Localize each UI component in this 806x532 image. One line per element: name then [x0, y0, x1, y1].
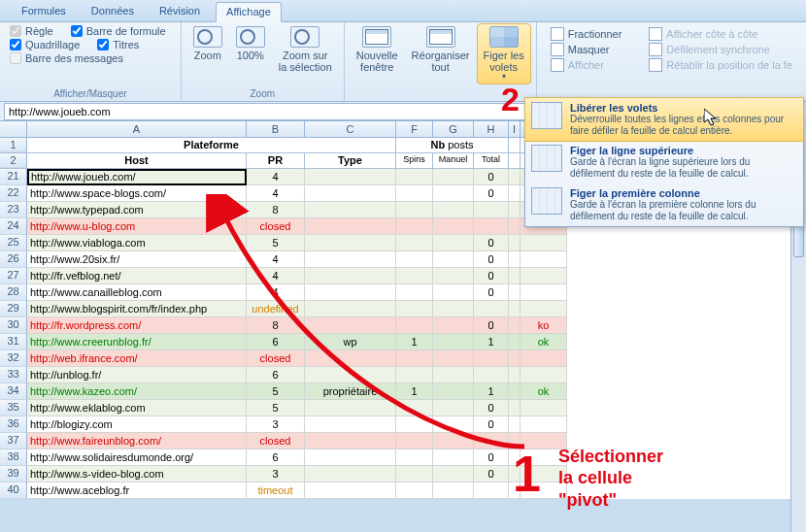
- col-header-H[interactable]: H: [474, 121, 509, 137]
- cell-host[interactable]: http://www.creerunblog.fr/: [27, 334, 247, 350]
- cell-state[interactable]: ko: [521, 317, 567, 334]
- cell-spins[interactable]: [396, 185, 433, 202]
- cell-total[interactable]: 0: [474, 416, 509, 433]
- cell-gap[interactable]: [509, 317, 521, 334]
- cell-spins[interactable]: [396, 202, 433, 218]
- cell-pr[interactable]: 6: [247, 367, 305, 383]
- cell-state[interactable]: [521, 301, 567, 317]
- cell-host[interactable]: http://www.faireunblog.com/: [27, 433, 247, 449]
- row-header[interactable]: 34: [0, 383, 27, 400]
- cell-pr[interactable]: closed: [247, 433, 305, 449]
- row-header-1[interactable]: 1: [0, 138, 27, 152]
- cell-total[interactable]: [474, 218, 509, 235]
- cell-spins[interactable]: [396, 416, 433, 433]
- cell-type[interactable]: propriétaire: [305, 383, 396, 400]
- chk-barre-messages[interactable]: Barre des messages: [10, 52, 123, 64]
- table-row[interactable]: 29http://www.blogspirit.com/fr/index.php…: [0, 301, 806, 317]
- cell-type[interactable]: [305, 268, 396, 284]
- cell-total[interactable]: 0: [474, 268, 509, 284]
- col-header-G[interactable]: G: [433, 121, 474, 137]
- cell-type[interactable]: [305, 284, 396, 301]
- cell-host[interactable]: http://www.s-video-blog.com: [27, 466, 247, 482]
- btn-new-window[interactable]: Nouvelle fenêtre: [351, 24, 404, 83]
- row-header[interactable]: 39: [0, 466, 27, 482]
- cell-type[interactable]: [305, 466, 396, 482]
- cell-spins[interactable]: [396, 301, 433, 317]
- row-header[interactable]: 36: [0, 416, 27, 433]
- table-row[interactable]: 32http://web.ifrance.com/closed: [0, 350, 806, 367]
- cell-gap[interactable]: [509, 169, 521, 185]
- cell-type[interactable]: [305, 416, 396, 433]
- table-row[interactable]: 39http://www.s-video-blog.com30: [0, 466, 806, 482]
- cell-gap[interactable]: [509, 251, 521, 268]
- cell-spins[interactable]: [396, 218, 433, 235]
- cell-manuel[interactable]: [433, 169, 474, 185]
- btn-zoom-selection[interactable]: Zoom sur la sélection: [273, 24, 338, 75]
- col-header-A[interactable]: A: [27, 121, 247, 137]
- table-row[interactable]: 25http://www.viabloga.com50: [0, 235, 806, 251]
- cell-type[interactable]: [305, 317, 396, 334]
- cell-type[interactable]: [305, 350, 396, 367]
- cell-manuel[interactable]: [433, 350, 474, 367]
- cell-type[interactable]: [305, 202, 396, 218]
- row-header[interactable]: 25: [0, 235, 27, 251]
- tab-affichage[interactable]: Affichage: [216, 2, 282, 22]
- cell-type[interactable]: [305, 301, 396, 317]
- cell-state[interactable]: [521, 367, 567, 383]
- chk-quadrillage[interactable]: Quadrillage: [10, 39, 80, 50]
- cell-total[interactable]: 0: [474, 449, 509, 466]
- cell-spins[interactable]: [396, 482, 433, 499]
- cell-state[interactable]: [521, 284, 567, 301]
- cell-spins[interactable]: 1: [396, 383, 433, 400]
- cell-gap[interactable]: [509, 218, 521, 235]
- cell-type[interactable]: [305, 235, 396, 251]
- table-row[interactable]: 34http://www.kazeo.com/5propriétaire11ok: [0, 383, 806, 400]
- cell-type[interactable]: [305, 169, 396, 185]
- cell-state[interactable]: [521, 268, 567, 284]
- row-header[interactable]: 30: [0, 317, 27, 334]
- cell-host[interactable]: http://web.ifrance.com/: [27, 350, 247, 367]
- cell-pr[interactable]: 6: [247, 449, 305, 466]
- cell-pr[interactable]: closed: [247, 350, 305, 367]
- cell-host[interactable]: http://www.joueb.com/: [27, 169, 247, 185]
- cell-host[interactable]: http://www.typepad.com: [27, 202, 247, 218]
- cell-total[interactable]: 0: [474, 466, 509, 482]
- cell-pr[interactable]: 4: [247, 268, 305, 284]
- cell-host[interactable]: http://www.aceblog.fr: [27, 482, 247, 499]
- dd-freeze-top-row[interactable]: Figer la ligne supérieureGarde à l'écran…: [525, 141, 803, 183]
- row-header[interactable]: 40: [0, 482, 27, 499]
- btn-100[interactable]: 100%: [230, 24, 271, 75]
- cell-state[interactable]: [521, 235, 567, 251]
- row-header[interactable]: 24: [0, 218, 27, 235]
- cell-pr[interactable]: 4: [247, 251, 305, 268]
- row-header[interactable]: 33: [0, 367, 27, 383]
- row-header[interactable]: 26: [0, 251, 27, 268]
- cell-total[interactable]: [474, 367, 509, 383]
- cell-manuel[interactable]: [433, 433, 474, 449]
- cell-pr[interactable]: 4: [247, 284, 305, 301]
- cell-gap[interactable]: [509, 400, 521, 416]
- table-row[interactable]: 33http://unblog.fr/6: [0, 367, 806, 383]
- row-header[interactable]: 23: [0, 202, 27, 218]
- cell-manuel[interactable]: [433, 185, 474, 202]
- cell-total[interactable]: 0: [474, 169, 509, 185]
- cell-host[interactable]: http://fr.wordpress.com/: [27, 317, 247, 334]
- cell-host[interactable]: http://www.solidairesdumonde.org/: [27, 449, 247, 466]
- cell-total[interactable]: 0: [474, 400, 509, 416]
- cell-host[interactable]: http://www.u-blog.com: [27, 218, 247, 235]
- row-header[interactable]: 38: [0, 449, 27, 466]
- row-header[interactable]: 37: [0, 433, 27, 449]
- cell-total[interactable]: 0: [474, 185, 509, 202]
- cell-gap[interactable]: [509, 284, 521, 301]
- cell-manuel[interactable]: [433, 416, 474, 433]
- cell-type[interactable]: [305, 251, 396, 268]
- cell-host[interactable]: http://blogizy.com: [27, 416, 247, 433]
- cell-type[interactable]: [305, 185, 396, 202]
- cell-gap[interactable]: [509, 185, 521, 202]
- cell-gap[interactable]: [509, 416, 521, 433]
- cell-spins[interactable]: [396, 284, 433, 301]
- cell-gap[interactable]: [509, 350, 521, 367]
- dd-freeze-first-col[interactable]: Figer la première colonneGarde à l'écran…: [525, 183, 803, 226]
- cell-pr[interactable]: closed: [247, 218, 305, 235]
- cell-host[interactable]: http://www.blogspirit.com/fr/index.php: [27, 301, 247, 317]
